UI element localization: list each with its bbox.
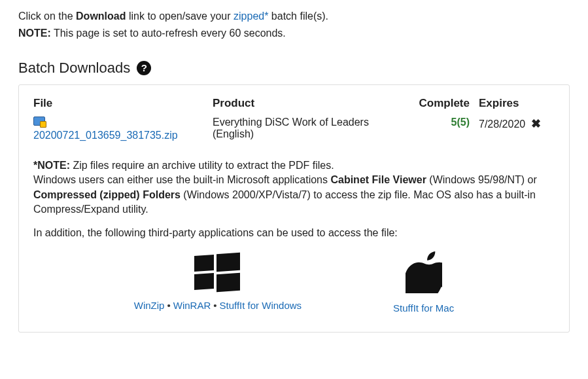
winrar-link[interactable]: WinRAR [173,300,211,311]
intro-line: Click on the Download link to open/save … [18,9,570,24]
windows-icon [194,251,241,291]
section-title: Batch Downloads ? [18,60,570,77]
col-expires: Expires [479,97,555,114]
note-star-label: *NOTE: [33,160,70,171]
table-row: 20200721_013659_381735.zip Everything Di… [33,114,555,144]
downloads-table: File Product Complete Expires 20200721_0… [33,97,555,144]
winzip-link[interactable]: WinZip [134,300,165,311]
col-file: File [33,97,213,114]
stuffit-win-link[interactable]: StuffIt for Windows [220,300,302,311]
help-icon[interactable]: ? [137,61,151,75]
windows-apps: WinZip•WinRAR•StuffIt for Windows [134,251,302,314]
note-line: NOTE: This page is set to auto-refresh e… [18,26,570,41]
product-cell: Everything DiSC Work of Leaders (English… [213,114,411,144]
expires-value: 7/28/2020 [479,118,525,130]
file-icon [33,117,45,126]
stuffit-mac-link[interactable]: StuffIt for Mac [393,302,454,314]
download-word: Download [76,10,126,22]
note-label: NOTE: [18,27,51,39]
apps-row: WinZip•WinRAR•StuffIt for Windows StuffI… [33,251,555,314]
delete-icon[interactable]: ✖ [528,117,541,130]
file-link[interactable]: 20200721_013659_381735.zip [33,130,178,141]
downloads-panel: File Product Complete Expires 20200721_0… [18,84,570,333]
zipped-link[interactable]: zipped* [233,10,268,22]
col-complete: Complete [411,97,479,114]
note-block: *NOTE: Zip files require an archive util… [33,158,555,241]
complete-value: 5(5) [451,117,470,128]
mac-apps: StuffIt for Mac [393,251,454,314]
col-product: Product [213,97,411,114]
apple-icon [406,284,442,295]
